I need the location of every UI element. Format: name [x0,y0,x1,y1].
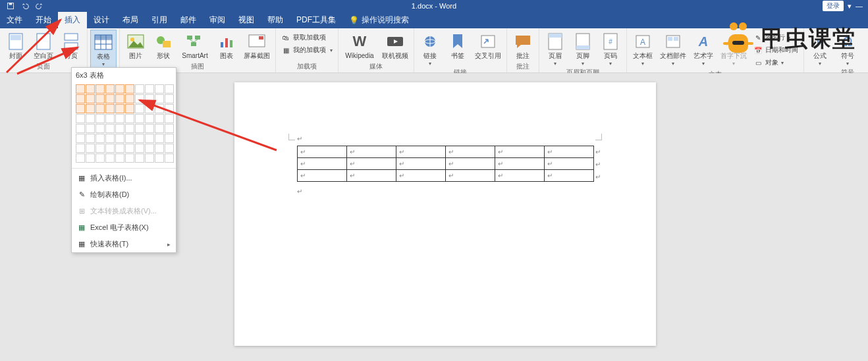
grid-cell[interactable] [135,134,144,143]
blank-page-button[interactable]: 空白页 [30,30,57,59]
symbol-button[interactable]: Ω符号▾ [834,30,861,67]
grid-cell[interactable] [165,144,174,153]
grid-cell[interactable] [125,153,134,163]
grid-cell[interactable] [165,134,174,143]
grid-cell[interactable] [86,144,95,153]
grid-cell[interactable] [95,134,105,143]
grid-cell[interactable] [135,114,144,123]
grid-cell[interactable] [76,84,85,94]
grid-cell[interactable] [105,144,115,153]
link-button[interactable]: 链接▾ [417,30,443,67]
grid-cell[interactable] [155,153,164,163]
grid-cell[interactable] [95,104,105,113]
grid-cell[interactable] [86,114,95,123]
my-addins-button[interactable]: ▦我的加载项▾ [279,44,335,56]
grid-cell[interactable] [115,144,124,153]
grid-cell[interactable] [95,84,105,94]
page-number-button[interactable]: #页码▾ [597,30,624,67]
date-time-button[interactable]: 📅日期和时间 [751,44,801,56]
get-addins-button[interactable]: 🛍获取加载项 [279,32,335,43]
table-size-grid[interactable] [72,83,176,167]
grid-cell[interactable] [105,153,115,163]
grid-cell[interactable] [145,144,154,153]
grid-cell[interactable] [86,124,95,133]
crossref-button[interactable]: 交叉引用 [472,30,504,59]
grid-cell[interactable] [86,104,95,113]
grid-cell[interactable] [76,104,85,113]
grid-cell[interactable] [165,104,174,113]
grid-cell[interactable] [95,124,105,133]
quick-parts-button[interactable]: 文档部件▾ [657,30,689,67]
screenshot-button[interactable]: 屏幕截图 [241,30,273,59]
grid-cell[interactable] [135,124,144,133]
tab-home[interactable]: 开始 [29,12,58,28]
tab-pdf-tools[interactable]: PDF工具集 [290,12,342,28]
grid-cell[interactable] [115,104,124,113]
grid-cell[interactable] [165,153,174,163]
pictures-button[interactable]: 图片 [122,30,149,59]
grid-cell[interactable] [125,134,134,143]
grid-cell[interactable] [105,134,115,143]
grid-cell[interactable] [105,124,115,133]
quick-tables-item[interactable]: ▦快速表格(T)▸ [72,236,176,252]
grid-cell[interactable] [145,104,154,113]
grid-cell[interactable] [95,94,105,103]
minimize-icon[interactable]: — [855,2,863,10]
wikipedia-button[interactable]: WWikipedia [341,30,378,59]
grid-cell[interactable] [115,94,124,103]
grid-cell[interactable] [115,114,124,123]
grid-cell[interactable] [76,114,85,123]
undo-icon[interactable] [21,2,29,10]
grid-cell[interactable] [135,144,144,153]
grid-cell[interactable] [76,144,85,153]
tab-help[interactable]: 帮助 [261,12,290,28]
page-break-button[interactable]: 分页 [58,30,84,59]
grid-cell[interactable] [76,134,85,143]
login-button[interactable]: 登录 [823,1,844,11]
grid-cell[interactable] [165,114,174,123]
redo-icon[interactable] [36,2,43,10]
save-icon[interactable] [7,2,14,10]
grid-cell[interactable] [115,84,124,94]
signature-line-button[interactable]: ✎签名行▾ [751,32,801,43]
bookmark-button[interactable]: 书签 [445,30,471,59]
grid-cell[interactable] [95,153,105,163]
grid-cell[interactable] [76,94,85,103]
shapes-button[interactable]: 形状 [150,30,176,59]
tab-review[interactable]: 审阅 [203,12,232,28]
insert-table-item[interactable]: ▦插入表格(I)... [72,170,176,186]
tab-insert[interactable]: 插入 [58,12,87,28]
excel-spreadsheet-item[interactable]: ▦Excel 电子表格(X) [72,219,176,236]
tab-file[interactable]: 文件 [0,12,29,28]
grid-cell[interactable] [155,124,164,133]
grid-cell[interactable] [145,84,154,94]
grid-cell[interactable] [135,104,144,113]
grid-cell[interactable] [125,84,134,94]
grid-cell[interactable] [155,134,164,143]
grid-cell[interactable] [86,134,95,143]
footer-button[interactable]: 页脚▾ [570,30,596,67]
grid-cell[interactable] [115,153,124,163]
grid-cell[interactable] [125,144,134,153]
grid-cell[interactable] [115,134,124,143]
tab-mailings[interactable]: 邮件 [174,12,203,28]
grid-cell[interactable] [155,114,164,123]
grid-cell[interactable] [125,94,134,103]
grid-cell[interactable] [155,94,164,103]
grid-cell[interactable] [86,84,95,94]
equation-button[interactable]: π公式▾ [807,30,833,67]
grid-cell[interactable] [135,84,144,94]
grid-cell[interactable] [145,134,154,143]
grid-cell[interactable] [95,114,105,123]
grid-cell[interactable] [105,84,115,94]
inserted-table[interactable]: ↵↵↵↵↵↵ ↵↵↵↵↵↵ ↵↵↵↵↵↵ [297,146,594,182]
table-button[interactable]: 表格 ▾ [90,30,117,68]
textbox-button[interactable]: A文本框▾ [630,30,656,67]
grid-cell[interactable] [135,94,144,103]
tab-layout[interactable]: 布局 [116,12,145,28]
smartart-button[interactable]: SmartArt [178,30,212,59]
tab-view[interactable]: 视图 [232,12,261,28]
grid-cell[interactable] [125,114,134,123]
chart-button[interactable]: 图表 [213,30,240,59]
grid-cell[interactable] [145,94,154,103]
